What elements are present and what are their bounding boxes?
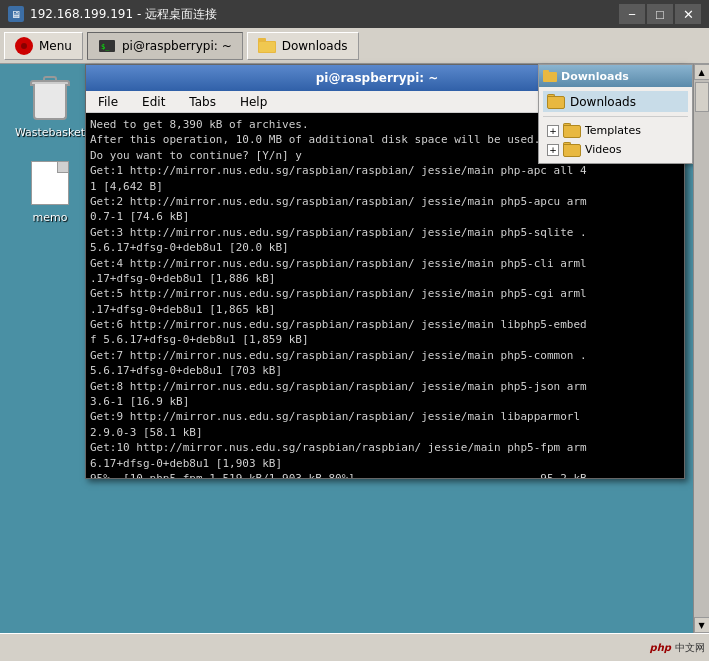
memo-image	[26, 159, 74, 207]
filemanager-tree-item-0[interactable]: + Templates	[543, 121, 688, 140]
bottom-bar: php 中文网	[0, 633, 709, 661]
menu-label: Menu	[39, 39, 72, 53]
terminal-menu-help[interactable]: Help	[232, 93, 275, 111]
close-button[interactable]: ✕	[675, 4, 701, 24]
terminal-task-icon: $_	[98, 37, 116, 55]
desktop: Wastebasket memo pi@raspberrypi: ~ ✕ Fil…	[0, 64, 709, 633]
svg-point-3	[21, 43, 27, 49]
window-title: 192.168.199.191 - 远程桌面连接	[30, 6, 619, 23]
desktop-icon-container: Wastebasket memo	[10, 74, 90, 623]
terminal-task-label: pi@raspberrypi: ~	[122, 39, 232, 53]
chinese-text: 中文网	[675, 641, 705, 655]
memo-icon[interactable]: memo	[10, 159, 90, 224]
php-watermark: php	[650, 642, 671, 653]
filemanager-title: Downloads	[561, 70, 629, 83]
terminal-output: Need to get 8,390 kB of archives. After …	[86, 113, 684, 478]
tree-item-label-0: Templates	[585, 124, 641, 137]
scroll-thumb[interactable]	[695, 82, 709, 112]
folder-icon-templates	[563, 123, 581, 138]
desktop-scrollbar: ▲ ▼	[693, 64, 709, 633]
filemanager-separator	[543, 116, 688, 117]
scroll-up-arrow[interactable]: ▲	[694, 64, 710, 80]
svg-rect-8	[259, 42, 275, 52]
filemanager-titlebar: Downloads	[539, 65, 692, 87]
filemanager-item-label: Downloads	[570, 95, 636, 109]
downloads-task-button[interactable]: Downloads	[247, 32, 359, 60]
filemanager-window: Downloads Downloads + Templates +	[538, 64, 693, 164]
wastebasket-icon[interactable]: Wastebasket	[10, 74, 90, 139]
wastebasket-label: Wastebasket	[15, 126, 85, 139]
terminal-task-button[interactable]: $_ pi@raspberrypi: ~	[87, 32, 243, 60]
folder-icon-downloads	[547, 94, 565, 109]
tree-item-label-1: Videos	[585, 143, 622, 156]
terminal-menu-edit[interactable]: Edit	[134, 93, 173, 111]
terminal-menu-file[interactable]: File	[90, 93, 126, 111]
expand-icon-1[interactable]: +	[547, 144, 559, 156]
maximize-button[interactable]: □	[647, 4, 673, 24]
filemanager-content: Downloads + Templates + Videos	[539, 87, 692, 163]
filemanager-tree-item-1[interactable]: + Videos	[543, 140, 688, 159]
downloads-task-icon	[258, 37, 276, 55]
folder-icon-videos	[563, 142, 581, 157]
svg-text:$_: $_	[101, 43, 110, 51]
app-icon: 🖥	[8, 6, 24, 22]
filemanager-selected-item[interactable]: Downloads	[543, 91, 688, 112]
svg-text:🖥: 🖥	[11, 9, 21, 20]
window-controls: − □ ✕	[619, 4, 701, 24]
menu-button[interactable]: Menu	[4, 32, 83, 60]
title-bar: 🖥 192.168.199.191 - 远程桌面连接 − □ ✕	[0, 0, 709, 28]
raspberry-icon	[15, 37, 33, 55]
terminal-menu-tabs[interactable]: Tabs	[181, 93, 224, 111]
downloads-task-label: Downloads	[282, 39, 348, 53]
expand-icon-0[interactable]: +	[547, 125, 559, 137]
svg-rect-10	[543, 70, 549, 74]
scroll-down-arrow[interactable]: ▼	[694, 617, 710, 633]
minimize-button[interactable]: −	[619, 4, 645, 24]
taskbar: Menu $_ pi@raspberrypi: ~ Downloads	[0, 28, 709, 64]
trash-image	[26, 74, 74, 122]
memo-label: memo	[33, 211, 68, 224]
